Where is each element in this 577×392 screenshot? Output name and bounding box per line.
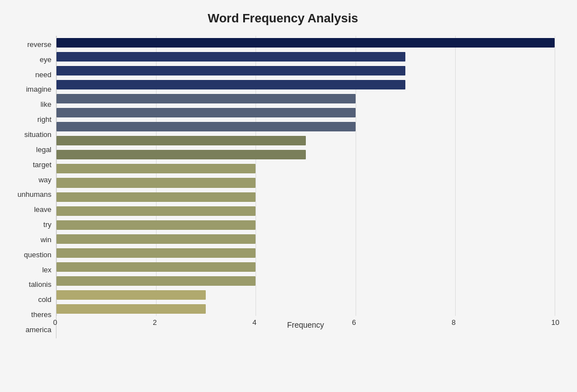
y-label: lex <box>42 266 51 273</box>
y-label: question <box>24 251 51 258</box>
bar-row <box>56 50 555 64</box>
bar-row <box>56 218 555 232</box>
bar <box>56 248 256 258</box>
y-label: win <box>40 236 51 243</box>
bars-and-xaxis: 0246810 Frequency <box>56 36 555 338</box>
bar-row <box>56 274 555 288</box>
bar <box>56 276 256 286</box>
bar <box>56 94 356 103</box>
y-label: cold <box>38 296 51 303</box>
bar <box>56 80 405 89</box>
bar-row <box>56 260 555 274</box>
x-axis: 0246810 Frequency <box>56 316 555 338</box>
bar-row <box>56 106 555 120</box>
bar <box>56 234 256 244</box>
y-label: situation <box>25 131 51 138</box>
y-label: legal <box>36 146 51 153</box>
bar <box>56 164 256 173</box>
y-axis-labels: reverseeyeneedimaginelikerightsituationl… <box>11 36 56 338</box>
bar-row <box>56 134 555 148</box>
bar <box>56 178 256 187</box>
bar <box>56 108 356 117</box>
bar <box>56 290 206 300</box>
bar-row <box>56 64 555 78</box>
bar <box>56 66 405 75</box>
y-label: target <box>33 161 51 168</box>
y-label: right <box>37 116 51 123</box>
y-label: way <box>39 176 51 183</box>
y-label: like <box>40 101 51 108</box>
y-label: theres <box>31 311 51 318</box>
chart-area: reverseeyeneedimaginelikerightsituationl… <box>11 36 555 338</box>
bar-row <box>56 92 555 106</box>
y-label: imagine <box>26 86 51 93</box>
bar-row <box>56 148 555 162</box>
y-label: leave <box>34 206 51 213</box>
chart-container: Word Frequency Analysis reverseeyeneedim… <box>0 0 577 392</box>
bar <box>56 150 306 159</box>
bar-row <box>56 120 555 134</box>
y-label: eye <box>40 56 51 63</box>
bar <box>56 38 555 48</box>
bar-row <box>56 190 555 204</box>
bar-row <box>56 288 555 302</box>
y-label: america <box>26 326 51 333</box>
x-axis-label: Frequency <box>56 320 555 329</box>
y-label: need <box>35 71 51 78</box>
bar-row <box>56 162 555 176</box>
bar-row <box>56 78 555 92</box>
bar <box>56 220 256 230</box>
bar <box>56 122 356 131</box>
grid-line <box>555 36 555 316</box>
y-label: try <box>44 221 51 228</box>
bar-row <box>56 36 555 50</box>
chart-title: Word Frequency Analysis <box>11 11 555 26</box>
y-label: unhumans <box>17 191 51 198</box>
bar <box>56 304 206 314</box>
bar <box>56 136 306 145</box>
bar <box>56 206 256 216</box>
bar-row <box>56 302 555 316</box>
bar-row <box>56 232 555 246</box>
y-label: reverse <box>27 41 51 48</box>
bars-section <box>56 36 555 316</box>
bar <box>56 262 256 272</box>
bar-row <box>56 246 555 260</box>
bar-row <box>56 204 555 218</box>
y-label: talionis <box>29 281 51 288</box>
bar-row <box>56 176 555 190</box>
bar <box>56 52 405 62</box>
bar <box>56 192 256 202</box>
